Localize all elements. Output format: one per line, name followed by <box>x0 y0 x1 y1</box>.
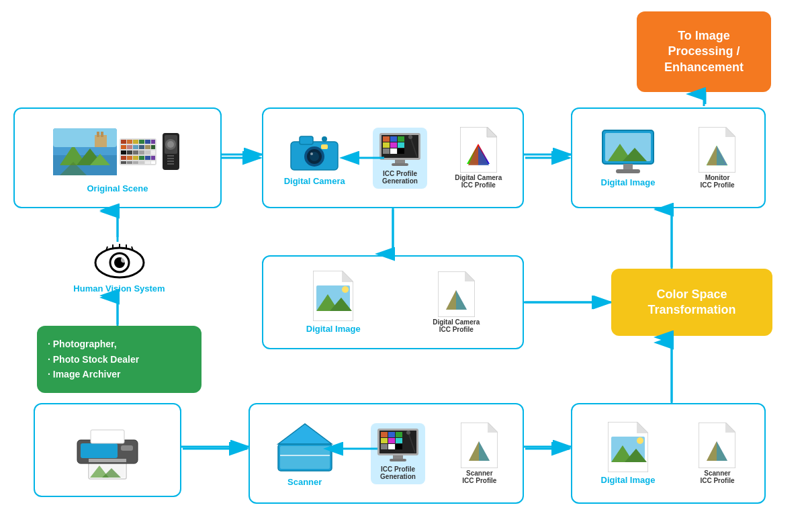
icc-gen-scanner-device <box>376 427 420 464</box>
svg-rect-41 <box>121 150 126 154</box>
svg-rect-27 <box>101 132 103 137</box>
svg-rect-102 <box>623 164 633 169</box>
svg-rect-81 <box>390 142 397 148</box>
svg-rect-137 <box>121 445 133 451</box>
svg-rect-65 <box>167 161 174 162</box>
svg-rect-68 <box>300 136 313 144</box>
svg-rect-35 <box>121 145 126 149</box>
svg-rect-58 <box>151 161 155 164</box>
svg-rect-83 <box>383 148 390 154</box>
svg-rect-54 <box>127 161 132 164</box>
monitor-icon <box>601 129 655 175</box>
original-scene-label: Original Scene <box>87 183 148 193</box>
svg-rect-139 <box>91 430 124 443</box>
svg-rect-142 <box>280 446 330 469</box>
svg-rect-43 <box>133 150 138 154</box>
svg-rect-47 <box>121 156 126 160</box>
sources-line2: · Photo Stock Dealer <box>48 352 191 367</box>
svg-rect-78 <box>390 136 397 142</box>
svg-rect-36 <box>127 145 132 149</box>
svg-rect-79 <box>398 136 404 142</box>
svg-rect-39 <box>145 145 150 149</box>
camera-icc-doc <box>460 127 497 173</box>
svg-point-119 <box>121 257 126 263</box>
sources-line1: · Photographer, <box>48 337 191 351</box>
svg-rect-57 <box>145 161 150 164</box>
color-checker <box>120 138 156 165</box>
human-vision-area: Human Vision System <box>60 238 178 299</box>
svg-rect-149 <box>381 438 388 443</box>
scanner-icc-doc <box>461 423 498 468</box>
color-space-transformation-box: Color SpaceTransformation <box>611 269 772 336</box>
svg-rect-48 <box>127 156 132 160</box>
svg-rect-31 <box>133 140 138 144</box>
svg-point-125 <box>342 286 349 293</box>
human-vision-label: Human Vision System <box>73 283 165 294</box>
svg-rect-80 <box>383 142 390 148</box>
svg-rect-103 <box>616 169 640 173</box>
svg-rect-64 <box>167 158 174 159</box>
svg-rect-52 <box>151 156 155 160</box>
svg-rect-29 <box>121 140 126 144</box>
svg-marker-121 <box>342 271 353 282</box>
svg-marker-105 <box>725 127 735 137</box>
printer-box <box>34 403 181 497</box>
svg-rect-151 <box>396 438 402 443</box>
svg-marker-127 <box>465 271 475 281</box>
svg-rect-44 <box>139 150 144 154</box>
svg-rect-37 <box>133 145 138 149</box>
eye-icon <box>93 244 146 281</box>
digital-image-bot-doc <box>608 422 648 472</box>
icc-gen-camera-label: ICC ProfileGeneration <box>382 170 418 185</box>
sources-box: · Photographer, · Photo Stock Dealer · I… <box>37 326 202 393</box>
camera-icc-mid-doc <box>438 271 475 317</box>
svg-rect-152 <box>381 444 388 449</box>
svg-rect-23 <box>53 128 117 147</box>
svg-rect-42 <box>127 150 132 154</box>
svg-rect-146 <box>381 432 388 437</box>
svg-marker-141 <box>278 424 332 444</box>
scanner-label: Scanner <box>287 477 322 487</box>
scanner-device-icon <box>275 420 335 474</box>
digital-camera-label: Digital Camera <box>284 176 345 186</box>
svg-rect-85 <box>398 148 404 154</box>
camera-icc-mid-label: Digital CameraICC Profile <box>433 318 480 333</box>
scanner-icc-bot-label: ScannerICC Profile <box>700 470 734 484</box>
svg-point-87 <box>408 135 412 139</box>
digital-camera-box: Digital Camera <box>262 107 524 208</box>
svg-rect-51 <box>145 156 150 160</box>
svg-rect-73 <box>321 144 328 149</box>
original-scene-box: Original Scene <box>13 107 222 208</box>
svg-point-72 <box>310 152 313 155</box>
svg-marker-91 <box>487 127 497 137</box>
svg-rect-49 <box>133 156 138 160</box>
svg-rect-82 <box>398 142 404 148</box>
camera-icc-label: Digital CameraICC Profile <box>455 174 502 189</box>
light-meter <box>159 130 183 173</box>
svg-rect-63 <box>167 155 174 157</box>
camera-icon <box>287 130 341 173</box>
digital-image-top-box: Digital Image MonitorICC Profile <box>571 107 766 208</box>
digital-image-mid-doc <box>313 271 353 321</box>
to-image-processing-box: To ImageProcessing /Enhancement <box>637 11 771 92</box>
svg-marker-165 <box>637 422 648 433</box>
svg-rect-154 <box>396 444 402 449</box>
color-space-label: Color SpaceTransformation <box>647 287 735 318</box>
landscape-photo <box>53 128 117 175</box>
svg-rect-56 <box>139 161 144 164</box>
svg-rect-147 <box>388 432 395 437</box>
digital-image-bot-box: Digital Image ScannerICC Profile <box>571 403 766 504</box>
to-image-processing-label: To ImageProcessing /Enhancement <box>664 28 744 75</box>
svg-rect-148 <box>396 432 402 437</box>
svg-point-62 <box>167 141 174 148</box>
svg-point-156 <box>406 431 410 435</box>
svg-rect-158 <box>390 459 406 461</box>
svg-rect-33 <box>145 140 150 144</box>
svg-point-169 <box>637 437 643 444</box>
diagram: Original Scene Digital Camera <box>0 0 806 532</box>
svg-rect-66 <box>167 163 174 165</box>
scanner-icc-bot-doc <box>699 423 735 468</box>
svg-rect-38 <box>139 145 144 149</box>
svg-rect-40 <box>151 145 155 149</box>
monitor-icc-label: MonitorICC Profile <box>700 174 734 189</box>
